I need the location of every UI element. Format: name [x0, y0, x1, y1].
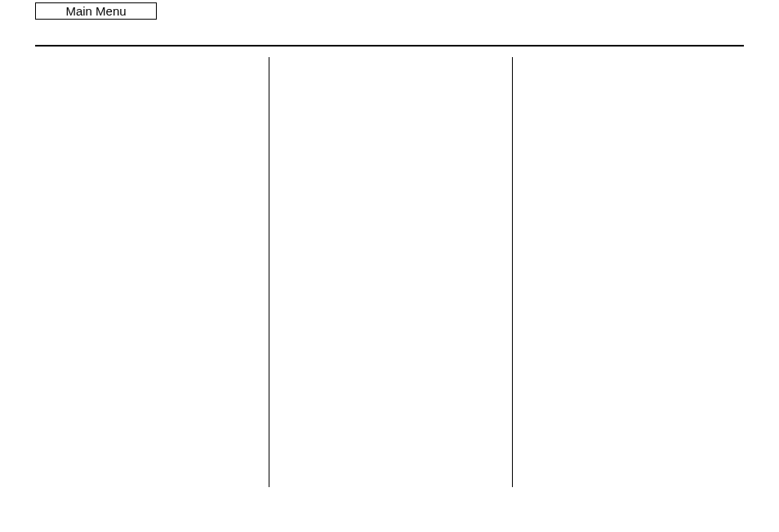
column-divider-right [512, 57, 513, 487]
main-menu-button[interactable]: Main Menu [35, 2, 157, 20]
main-menu-label: Main Menu [65, 4, 126, 18]
column-divider-left [269, 57, 269, 487]
header-separator [35, 45, 744, 47]
